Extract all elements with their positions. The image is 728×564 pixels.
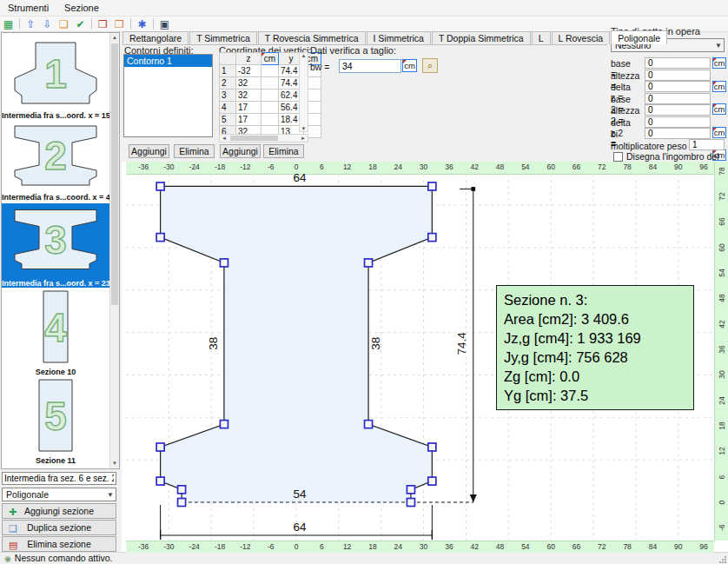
section-list-scrollbar[interactable]: ▲ ▼ [109,33,119,468]
vertex-value-cell[interactable]: 32 [236,90,261,102]
vertex-value-cell[interactable]: 32 [236,77,261,90]
duplicate-section-button[interactable]: ❏ Duplica sezione [2,520,116,535]
vertex-add-button[interactable]: Aggiungi [220,144,261,158]
tab-poligonale[interactable]: Poligonale [611,30,667,44]
vertex-index-cell[interactable]: 4 [220,102,236,114]
bw-input[interactable] [339,59,401,73]
getto-row-input[interactable] [645,128,711,139]
ruler-tick: 72 [716,188,728,205]
ruler-tick: 12 [337,162,358,173]
vertex-handle[interactable] [178,499,186,507]
resize-grip[interactable] [718,555,726,563]
section-thumbnail-2[interactable]: 2Intermedia fra s...coord. x = 43.00 [2,122,109,202]
section-thumbnail-3[interactable]: 3Intermedia fra s...oord. x = 235.00 [2,203,109,288]
vertex-handle[interactable] [407,499,414,507]
tab-t-rovescia-simmetrica[interactable]: T Rovescia Simmetrica [258,31,366,44]
scroll-up-icon[interactable]: ▲ [300,53,308,58]
tab-rettangolare[interactable]: Rettangolare [122,31,189,44]
vertex-remove-button[interactable]: Elimina [263,144,304,158]
contorni-remove-button[interactable]: Elimina [174,144,215,158]
getto-row-input[interactable] [645,81,711,92]
settings-gear-icon[interactable]: ✱ [135,17,149,30]
getto-row-input[interactable] [645,104,711,116]
tab-t-doppia-simmetrica[interactable]: T Doppia Simmetrica [432,31,531,44]
vertex-value-cell[interactable]: 17 [236,102,261,114]
vertex-handle[interactable] [156,182,164,190]
tab-l-rovescia[interactable]: L Rovescia [552,31,611,44]
section-thumbnail-1[interactable]: 1Intermedia fra s...oord. x = 150.00 [2,40,109,120]
verify-icon[interactable]: ✔ [73,17,88,30]
vertex-handle[interactable] [407,486,414,494]
vertex-value-cell[interactable] [261,114,279,126]
add-section-button[interactable]: ✚ Aggiungi sezione [2,503,116,519]
bw-pick-button[interactable]: ⌕ [422,58,438,73]
vertex-handle[interactable] [428,443,436,451]
vertex-handle[interactable] [178,486,186,494]
svg-text:5: 5 [44,394,67,439]
getto-row-input[interactable] [645,70,711,81]
scroll-thumb[interactable] [111,43,118,305]
scroll-thumb[interactable] [230,136,278,141]
mult-peso-input[interactable] [689,139,725,150]
vertex-handle[interactable] [428,234,436,242]
vertex-value-cell[interactable] [261,102,279,114]
vertex-handle[interactable] [220,259,228,267]
image-icon[interactable]: ▣ [157,17,172,30]
vertex-handle[interactable] [156,443,164,451]
vertex-handle[interactable] [156,234,164,242]
tab-i-simmetrica[interactable]: I Simmetrica [367,31,431,44]
scroll-down-icon[interactable]: ▼ [300,126,308,131]
dim-web-left: 38 [207,337,220,350]
contorni-item-selected[interactable]: Contorno 1 [124,55,212,67]
vertex-table-hscrollbar[interactable]: ◄ ► [219,134,308,143]
scroll-right-icon[interactable]: ► [301,136,306,141]
menu-bar: Strumenti Sezione [0,0,728,17]
vertex-value-cell[interactable]: -32 [236,65,261,77]
section-name-input[interactable] [2,472,116,485]
thumbnail-shape: 5 [8,378,103,455]
contorni-listbox[interactable]: Contorno 1 [123,54,213,137]
vertex-value-cell[interactable] [261,65,279,77]
ruler-tick: 12 [337,541,358,553]
scroll-up-icon[interactable]: ▲ [110,33,119,43]
vertex-index-cell[interactable]: 1 [220,65,236,77]
getto-row-input[interactable] [645,57,711,69]
vertex-value-cell[interactable] [261,77,279,90]
section-thumbnail-4[interactable]: 4Sezione 10 [2,289,109,376]
ingombro-checkbox[interactable] [613,152,623,162]
report-icon[interactable]: ❒ [96,17,110,30]
scroll-left-icon[interactable]: ◄ [222,136,227,141]
report-alt-icon[interactable]: ❒ [112,17,127,30]
vertex-handle[interactable] [428,477,436,485]
vertex-handle[interactable] [220,421,228,428]
vertex-index-cell[interactable]: 3 [220,90,236,102]
vertex-index-cell[interactable]: 5 [220,114,236,126]
import-up-icon[interactable]: ⇧ [23,17,38,30]
vertex-value-cell[interactable] [261,90,279,102]
vertex-index-cell[interactable]: 2 [220,77,236,90]
section-thumbnail-5[interactable]: 5Sezione 11 [2,378,109,465]
delete-section-button[interactable]: ▤ Elimina sezione [2,536,116,552]
vertex-handle[interactable] [365,421,373,428]
menu-sezione[interactable]: Sezione [56,1,107,15]
scroll-down-icon[interactable]: ▼ [110,459,119,468]
vertex-value-cell[interactable]: 17 [236,114,261,126]
contorni-add-button[interactable]: Aggiungi [129,144,169,158]
tab-t-simmetrica[interactable]: T Simmetrica [189,31,257,44]
vertex-handle[interactable] [428,182,436,190]
ruler-tick: 0 [286,162,307,173]
getto-row-unit: cm [712,127,726,138]
section-type-combobox[interactable]: Poligonale ▼ [2,488,116,501]
getto-row-input[interactable] [645,93,711,104]
vertex-table-vscrollbar[interactable]: ▲ ▼ [299,52,308,132]
ruler-tick: 84 [642,162,663,173]
section-list[interactable]: 1Intermedia fra s...oord. x = 150.002Int… [1,32,120,469]
vertex-handle[interactable] [365,259,373,267]
section-canvas[interactable]: -36-30-24-18-12-606121824303642485460667… [122,162,728,552]
tab-l[interactable]: L [532,31,551,44]
copy-section-icon[interactable]: ❏ [56,17,71,30]
getto-row-input[interactable] [645,116,711,128]
vertex-handle[interactable] [156,477,164,485]
ruler-tick: 96 [693,162,714,173]
export-down-icon[interactable]: ⇩ [40,17,55,30]
